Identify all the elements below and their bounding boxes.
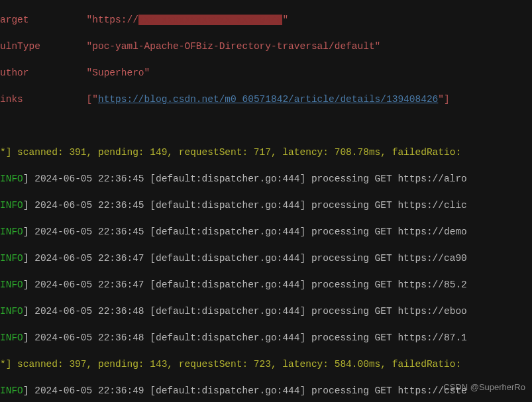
vulntype-label: ulnType [0,41,40,52]
log-level: INFO [0,174,23,184]
scan-status: *] scanned: 391, pending: 149, requestSe… [0,147,467,158]
log-level: INFO [0,226,23,237]
redacted-url: xxx xxxxxxxxxxxx xxx 0448 [138,15,283,25]
log-level: INFO [0,385,23,396]
log-level: INFO [0,253,23,264]
log-line: 2024-06-05 22:36:45 [default:dispatcher.… [29,200,467,211]
log-level: INFO [0,306,23,317]
watermark: CSDN @SuperherRo [443,381,525,394]
author-label: uthor [0,68,29,78]
author-value: "Superhero" [87,68,150,78]
log-line: 2024-06-05 22:36:48 [default:dispatcher.… [29,306,467,317]
log-level: INFO [0,200,23,211]
log-level: INFO [0,279,23,290]
vulntype-value: "poc-yaml-Apache-OFBiz-Directory-travers… [87,41,381,52]
log-line: 2024-06-05 22:36:45 [default:dispatcher.… [29,174,467,184]
log-line: 2024-06-05 22:36:48 [default:dispatcher.… [29,332,467,343]
log-level: INFO [0,332,23,343]
log-line: 2024-06-05 22:36:49 [default:dispatcher.… [29,385,467,396]
target-label: arget [0,15,29,25]
log-line: 2024-06-05 22:36:47 [default:dispatcher.… [29,279,467,290]
log-line: 2024-06-05 22:36:47 [default:dispatcher.… [29,253,467,264]
log-line: 2024-06-05 22:36:45 [default:dispatcher.… [29,226,467,237]
links-url[interactable]: https://blog.csdn.net/m0_60571842/articl… [98,94,438,105]
links-label: inks [0,94,23,105]
scan-status: *] scanned: 397, pending: 143, requestSe… [0,359,467,370]
terminal-output: arget "https://xxx xxxxxxxxxxxx xxx 0448… [0,0,532,402]
